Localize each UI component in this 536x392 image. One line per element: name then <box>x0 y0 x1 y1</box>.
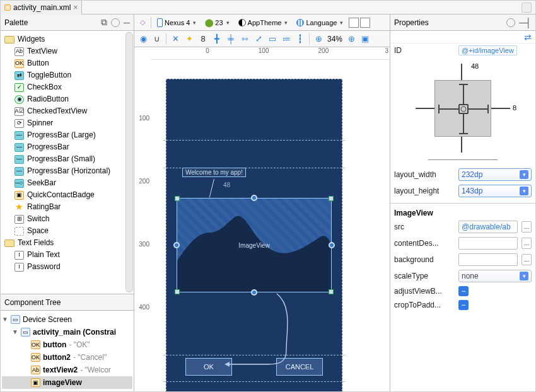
palette-item[interactable]: —ProgressBar (Small) <box>3 153 131 165</box>
properties-section-title: ImageView <box>390 207 535 219</box>
prop-label-scaletype: scaleType <box>394 272 455 280</box>
expand-horizontal-icon[interactable]: ⇿ <box>240 34 250 44</box>
palette-group[interactable]: Text Fields <box>3 237 131 249</box>
api-selector[interactable]: ⬤23 <box>202 17 232 28</box>
palette-body[interactable]: WidgetsAbTextViewOKButton⇄ToggleButton✓C… <box>1 31 134 294</box>
preview-imageview[interactable]: ImageView <box>177 198 332 292</box>
clear-constraints-icon[interactable]: ✕ <box>170 34 180 44</box>
palette-gear-icon[interactable] <box>111 18 120 27</box>
tree-layout[interactable]: ▼ ▭ activity_main (Constrai <box>2 326 132 338</box>
palette-item[interactable]: ▣QuickContactBadge <box>3 189 131 201</box>
blueprint-mode-icon[interactable] <box>349 18 359 28</box>
widget-icon: ⊞ <box>15 215 24 224</box>
palette-item[interactable]: —ProgressBar (Large) <box>3 129 131 141</box>
palette-copy-icon[interactable]: ⧉ <box>101 17 107 28</box>
palette-item[interactable]: AbTextView <box>3 45 131 57</box>
palette-item[interactable]: —ProgressBar (Horizontal) <box>3 165 131 177</box>
properties-swap-icon[interactable]: ⇄ <box>390 31 535 43</box>
prop-src-browse[interactable]: … <box>521 221 532 233</box>
prop-adjust-toggle[interactable]: − <box>458 286 469 296</box>
align-horizontal-icon[interactable]: ╋ <box>212 34 222 44</box>
tree-root[interactable]: ▼ ▭ Device Screen <box>2 313 132 326</box>
widget-icon: I <box>15 251 24 260</box>
constraint-top-margin[interactable]: 48 <box>471 62 479 70</box>
prop-height-select[interactable]: 143dp▾ <box>458 185 532 197</box>
zoom-icon[interactable]: ⊕ <box>313 34 323 44</box>
prop-contentdesc-browse[interactable]: … <box>521 238 532 249</box>
margin-label-48: 48 <box>223 182 230 188</box>
properties-header: Properties ─┤ <box>390 14 535 31</box>
properties-title: Properties <box>394 18 429 27</box>
infer-constraints-icon[interactable]: ✦ <box>184 34 194 44</box>
preview-cancel-button[interactable]: CANCEL <box>276 358 323 376</box>
design-canvas-scroll[interactable]: 01002003 100200300400 Welcome to my app!… <box>134 47 390 391</box>
constraint-right-margin[interactable]: 8 <box>513 104 516 112</box>
widget-icon: OK <box>15 59 24 68</box>
palette-item[interactable]: ─○SeekBar <box>3 177 131 189</box>
zoom-in-icon[interactable]: ⊕ <box>346 34 356 44</box>
palette-item[interactable]: ◉RadioButton <box>3 93 131 105</box>
prop-crop-toggle[interactable]: − <box>458 300 469 310</box>
palette-item[interactable]: ✓CheckBox <box>3 81 131 93</box>
properties-minimize-icon[interactable]: ─┤ <box>519 18 532 28</box>
widget-icon: I <box>15 263 24 272</box>
prop-src-input[interactable]: @drawable/ab <box>458 221 518 233</box>
widget-icon: Ab <box>31 366 40 374</box>
tab-close-icon[interactable]: × <box>73 3 78 12</box>
prop-label-height: layout_height <box>394 187 455 195</box>
palette-minimize-icon[interactable]: ─ <box>124 18 130 28</box>
file-tab[interactable]: ▢ activity_main.xml × <box>1 1 82 14</box>
zoom-label: 34% <box>327 35 342 43</box>
folder-icon <box>4 36 15 43</box>
component-tree-body: ▼ ▭ Device Screen ▼ ▭ activity_main (Con… <box>1 311 134 391</box>
constraint-widget[interactable]: 48 8 <box>409 61 516 156</box>
prop-label-contentdesc: contentDes... <box>394 239 455 248</box>
palette-item[interactable]: ⇄ToggleButton <box>3 69 131 81</box>
widget-icon: A☑ <box>15 107 24 116</box>
imageview-label: ImageView <box>177 199 331 292</box>
prop-width-select[interactable]: 232dp▾ <box>458 168 532 181</box>
preview-textview[interactable]: Welcome to my app! <box>182 168 246 177</box>
palette-item[interactable]: —ProgressBar <box>3 141 131 153</box>
widget-icon: ─○ <box>15 179 24 188</box>
prop-scaletype-select[interactable]: none▾ <box>458 270 532 282</box>
device-selector[interactable]: Nexus 4 <box>154 17 199 28</box>
align-icon[interactable]: ≔ <box>281 34 291 44</box>
theme-selector[interactable]: AppTheme <box>235 17 291 28</box>
palette-item[interactable]: A☑CheckedTextView <box>3 105 131 117</box>
device-frame[interactable]: Welcome to my app! 48 ImageView <box>166 79 342 391</box>
default-margin[interactable]: 8 <box>198 34 208 44</box>
palette-item[interactable]: OKButton <box>3 57 131 69</box>
prop-contentdesc-input[interactable] <box>458 237 518 250</box>
language-selector[interactable]: Language <box>293 17 346 28</box>
preview-ok-button[interactable]: OK <box>185 358 232 376</box>
tree-item[interactable]: OKbutton2 - "Cancel" <box>2 351 132 364</box>
widget-icon <box>15 227 24 236</box>
prop-background-browse[interactable]: … <box>521 254 532 265</box>
guideline-icon[interactable]: ┇ <box>295 34 305 44</box>
fit-icon[interactable]: ▣ <box>360 34 370 44</box>
tree-item[interactable]: OKbutton - "OK" <box>2 338 132 351</box>
palette-group[interactable]: Widgets <box>3 33 131 45</box>
palette-wand-icon[interactable]: ◇ <box>137 17 148 28</box>
inspector-toggle-icon[interactable] <box>521 3 532 13</box>
align-vertical-icon[interactable]: ╪ <box>226 34 236 44</box>
magnet-icon[interactable]: ∪ <box>152 34 162 44</box>
tree-item[interactable]: ▣imageView <box>2 376 132 389</box>
palette-item[interactable]: ⊞Switch <box>3 213 131 225</box>
prop-background-input[interactable] <box>458 253 518 266</box>
palette-item[interactable]: IPassword <box>3 261 131 273</box>
palette-item[interactable]: ⟳Spinner <box>3 117 131 129</box>
tree-item[interactable]: AbtextView2 - "Welcor <box>2 364 132 376</box>
pack-icon[interactable]: ▭ <box>267 34 277 44</box>
widget-icon: ✓ <box>15 83 24 92</box>
properties-gear-icon[interactable] <box>506 18 515 27</box>
prop-id-value[interactable]: @+id/imageView <box>458 45 517 55</box>
palette-item[interactable]: Space <box>3 225 131 237</box>
design-mode-icon[interactable] <box>360 18 370 28</box>
widget-icon: OK <box>31 353 40 362</box>
palette-item[interactable]: IPlain Text <box>3 249 131 261</box>
eye-icon[interactable]: ◉ <box>138 34 148 44</box>
palette-item[interactable]: ★RatingBar <box>3 201 131 213</box>
expand-vertical-icon[interactable]: ⤢ <box>253 34 264 44</box>
